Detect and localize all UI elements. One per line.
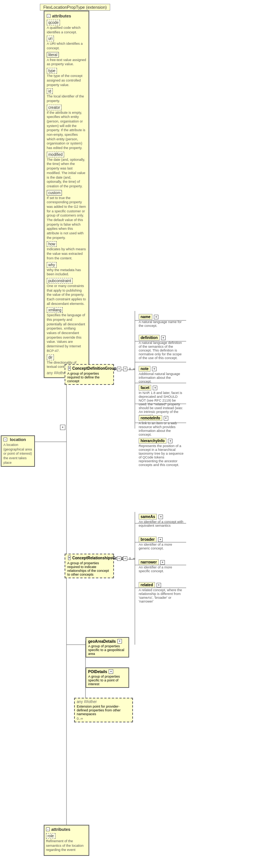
field-pubconstraint: pubconstraint One or many constraints th… bbox=[47, 278, 86, 306]
right-narrower-box: narrower + An identifier of a more speci… bbox=[139, 559, 184, 573]
field-why: why Why the metadata has been included. bbox=[47, 262, 86, 277]
bottom-expand-icon[interactable]: - bbox=[46, 827, 50, 831]
field-name-why: why bbox=[47, 262, 57, 268]
hierarchyinfo-desc: Represents the position of a concept in … bbox=[139, 444, 184, 467]
right-note-label: note bbox=[139, 366, 150, 372]
broader-expand[interactable]: + bbox=[158, 537, 163, 542]
field-name-how: how bbox=[47, 241, 57, 247]
poi-desc: A group of properties specific to a poin… bbox=[88, 675, 127, 686]
right-hierarchyinfo-label: hierarchyInfo bbox=[139, 438, 166, 444]
facet-desc: In NAR 1.8 and later, facet is deprecate… bbox=[139, 391, 184, 418]
right-remoteinfo-label: remoteInfo bbox=[139, 415, 162, 421]
right-note-box: note + Additional natural language infor… bbox=[139, 366, 184, 383]
hierarchyinfo-expand[interactable]: + bbox=[168, 439, 172, 443]
definition-desc: A natural language definition of the sem… bbox=[139, 341, 184, 360]
field-id: id The local identifier of the property. bbox=[47, 88, 86, 103]
concept-rel-label: ConceptRelationshipsGroup bbox=[72, 556, 124, 560]
field-name-id: id bbox=[47, 88, 53, 94]
geo-desc: A group of properties specific to a geop… bbox=[88, 644, 127, 656]
remoteinfo-desc: A link to an item or a web resource whic… bbox=[139, 421, 184, 436]
attributes-box: - attributes qcode A qualified code whic… bbox=[44, 11, 89, 378]
attributes-label: attributes bbox=[52, 14, 71, 18]
right-facet-box: facet + In NAR 1.8 and later, facet is d… bbox=[139, 385, 184, 418]
right-facet-label: facet bbox=[139, 385, 151, 391]
field-creator: creator If the attribute is empty, speci… bbox=[47, 105, 86, 151]
location-label: location bbox=[10, 437, 26, 442]
field-qcode: qcode A qualified code which identifies … bbox=[47, 20, 86, 35]
note-desc: Additional natural language information … bbox=[139, 372, 184, 383]
field-uri: uri A URI which identifies a concept. bbox=[47, 36, 86, 50]
field-name-role: role bbox=[46, 833, 55, 839]
right-name-box: name + A natural language name for the c… bbox=[139, 314, 184, 328]
right-related-label: related bbox=[139, 582, 155, 588]
expand-icon[interactable]: - bbox=[47, 14, 51, 18]
field-name-xmllang: xmllang bbox=[47, 307, 63, 313]
location-box: - location A location (geographical area… bbox=[1, 435, 35, 467]
location-expand-icon[interactable]: - bbox=[3, 438, 7, 441]
geo-area-details-box: geoAreaDetails + A group of properties s… bbox=[85, 637, 129, 658]
field-modified: modified The date (and, optionally, the … bbox=[47, 152, 86, 189]
crel-mult: + + 0..∞ bbox=[117, 557, 135, 560]
right-definition-box: definition + A natural language definiti… bbox=[139, 335, 184, 360]
field-name-literal: literal bbox=[47, 52, 59, 58]
right-sameas-label: sameAs bbox=[139, 514, 157, 520]
field-name-pubconstraint: pubconstraint bbox=[47, 278, 73, 284]
sameas-expand[interactable]: + bbox=[158, 515, 163, 519]
broader-desc: An identifier of a more generic concept. bbox=[139, 543, 184, 550]
right-hierarchyinfo-box: hierarchyInfo + Represents the position … bbox=[139, 438, 184, 467]
facet-expand[interactable]: + bbox=[153, 386, 157, 390]
geo-label: geoAreaDetails bbox=[88, 639, 116, 644]
field-name-uri: uri bbox=[47, 36, 54, 41]
field-name-dir: dir bbox=[47, 355, 54, 360]
related-desc: A related concept, where the relationshi… bbox=[139, 588, 184, 603]
field-literal: literal A free-text value assigned as pr… bbox=[47, 52, 86, 67]
diagram-title: FlexLocationPropType (extension) bbox=[40, 4, 110, 11]
right-narrower-label: narrower bbox=[139, 559, 159, 565]
remoteinfo-expand[interactable]: + bbox=[164, 416, 168, 421]
concept-rel-group: + ConceptRelationshipsGroup A group of p… bbox=[65, 554, 114, 578]
field-xmllang: xmllang Specifies the language of this p… bbox=[47, 307, 86, 353]
concept-def-desc: A group of properties required to define… bbox=[67, 372, 111, 383]
field-how: how Indicates by which means the value w… bbox=[47, 241, 86, 261]
bottom-attributes-box: - attributes role Refinement of the sema… bbox=[44, 825, 89, 856]
note-expand[interactable]: + bbox=[152, 367, 157, 371]
concept-def-label: ConceptDefinitionGroup bbox=[72, 366, 116, 370]
right-related-box: related + A related concept, where the r… bbox=[139, 582, 184, 603]
concept-def-group: + ConceptDefinitionGroup A group of prop… bbox=[65, 364, 114, 385]
junction-cdef: + bbox=[60, 425, 65, 430]
any-other-ext-desc: Extension point for provider-defined pro… bbox=[77, 705, 130, 716]
any-other-ext-label: any ##other bbox=[77, 700, 130, 704]
right-definition-label: definition bbox=[139, 335, 160, 341]
crel-expand[interactable]: + bbox=[68, 556, 71, 560]
field-role: role Refinement of the semantics of the … bbox=[46, 833, 87, 852]
field-name-qcode: qcode bbox=[47, 20, 60, 25]
poi-label: POIDetails bbox=[88, 670, 107, 674]
concept-rel-desc: A group of properties required to indica… bbox=[67, 561, 111, 576]
right-name-label: name bbox=[139, 314, 152, 320]
location-desc: A location (geographical area or point o… bbox=[3, 443, 32, 465]
poi-expand[interactable]: + bbox=[109, 669, 113, 674]
name-expand[interactable]: + bbox=[154, 315, 158, 319]
name-desc: A natural language name for the concept. bbox=[139, 320, 184, 328]
poi-details-box: POIDetails + A group of properties speci… bbox=[85, 667, 129, 688]
field-name-modified: modified bbox=[47, 152, 64, 157]
bottom-attributes-label: attributes bbox=[51, 827, 70, 832]
field-name-creator: creator bbox=[47, 105, 62, 110]
field-name-type: type bbox=[47, 68, 57, 74]
right-sameas-box: sameAs + An identifier of a concept with… bbox=[139, 514, 184, 527]
cdef-mult: + + 0..∞ bbox=[117, 367, 135, 371]
narrower-desc: An identifier of a more specific concept… bbox=[139, 565, 184, 573]
any-other-ext-box: any ##other Extension point for provider… bbox=[74, 698, 133, 722]
sameas-desc: An identifier of a concept with equivale… bbox=[139, 520, 184, 527]
right-remoteinfo-box: remoteInfo + A link to an item or a web … bbox=[139, 415, 184, 436]
narrower-expand[interactable]: + bbox=[160, 560, 165, 565]
right-broader-box: broader + An identifier of a more generi… bbox=[139, 537, 184, 550]
definition-expand[interactable]: + bbox=[161, 336, 166, 340]
field-custom: custom If set to true the corresponding … bbox=[47, 190, 86, 240]
geo-expand[interactable]: + bbox=[117, 639, 122, 644]
related-expand[interactable]: + bbox=[157, 583, 161, 587]
cdef-expand[interactable]: + bbox=[68, 366, 71, 370]
field-type: type The type of the concept assigned as… bbox=[47, 68, 86, 87]
field-name-custom: custom bbox=[47, 190, 62, 196]
right-broader-label: broader bbox=[139, 537, 157, 542]
